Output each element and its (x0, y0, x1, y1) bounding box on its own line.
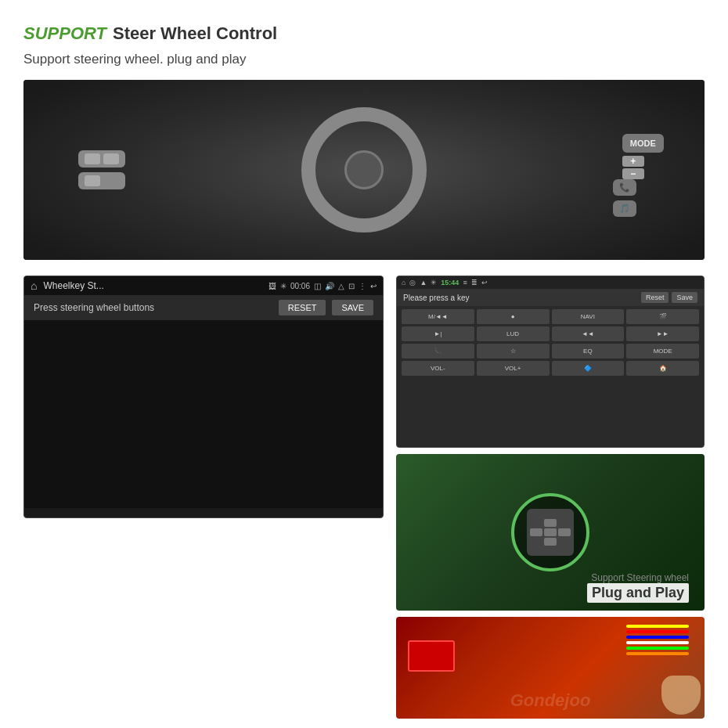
car-grid: M/◄◄ ● NAVI 🎬 ►| LUD ◄◄ ►► 📞 ☆ EQ MODE V… (397, 306, 704, 379)
car-bt-icon: ✳ (431, 279, 437, 287)
wheelkey-app: ⌂ Wheelkey St... 🖼 ✳ 00:06 ◫ 🔊 △ ⊡ ⋮ ↩ (23, 276, 384, 518)
wire-yellow (626, 625, 689, 628)
car-reset-button[interactable]: Reset (641, 292, 669, 303)
car-press-label: Please press a key (403, 294, 470, 302)
car-grid-btn-voldown: VOL- (402, 361, 474, 376)
title-section: SUPPORT Steer Wheel Control (23, 23, 705, 44)
app-status-icons: 🖼 ✳ 00:06 ◫ 🔊 △ ⊡ ⋮ ↩ (268, 282, 377, 290)
sw-inner-btn-5 (544, 538, 557, 546)
sw-photo-area: Support Steering wheel Plug and Play (396, 454, 705, 611)
back-icon: ↩ (370, 282, 377, 290)
wiring-box (408, 640, 455, 672)
left-panel: ⌂ Wheelkey St... 🖼 ✳ 00:06 ◫ 🔊 △ ⊡ ⋮ ↩ (23, 276, 384, 719)
wire-white (626, 641, 689, 644)
car-grid-btn-home: 🏠 (626, 361, 699, 376)
sw-btn-2 (103, 153, 119, 164)
sw-inner-btn-2 (530, 528, 542, 536)
car-interface: ⌂ ◎ ▲ ✳ 15:44 ≡ ≣ ↩ Please press a key R… (396, 276, 705, 448)
car-grid-btn-eq: EQ (552, 344, 625, 359)
app-main-area (24, 320, 383, 508)
reset-button[interactable]: RESET (279, 300, 326, 315)
time-display: 00:06 (290, 282, 310, 290)
car-action-buttons: Reset Save (641, 292, 697, 303)
car-list-icon: ≣ (471, 279, 478, 287)
subtitle: Support steering wheel. plug and play (23, 52, 705, 67)
sw-right-bottom-controls: 📞 🎵 (613, 179, 636, 217)
car-grid-btn-bt: 🔷 (552, 361, 625, 376)
sw-phone-btn: 📞 (613, 179, 636, 196)
sw-left-top-buttons (78, 150, 125, 168)
wiring-photo: Gondejoo (396, 617, 705, 719)
app-content-bar: Press steering wheel buttons RESET SAVE (24, 295, 383, 320)
sw-left-bottom-buttons (78, 172, 125, 189)
car-grid-btn-star: ☆ (477, 344, 550, 359)
triangle-icon: △ (338, 282, 344, 290)
app-title-text: Wheelkey St... (43, 280, 262, 291)
volume-icon: 🔊 (325, 282, 334, 290)
sw-inner-btn-1 (544, 519, 557, 527)
car-grid-btn-ff: ►► (626, 326, 699, 341)
image-icon: 🖼 (268, 282, 276, 290)
car-grid-btn-mode: MODE (626, 344, 699, 359)
sw-mode-block: MODE (622, 134, 664, 153)
sw-minus: − (622, 168, 644, 179)
plug-play-label: Plug and Play (587, 583, 689, 603)
save-button[interactable]: SAVE (332, 300, 373, 315)
hand-shape (661, 676, 701, 715)
bottom-row: ⌂ Wheelkey St... 🖼 ✳ 00:06 ◫ 🔊 △ ⊡ ⋮ ↩ (23, 276, 705, 719)
car-grid-btn-film: 🎬 (626, 309, 699, 324)
wires-bundle (626, 625, 689, 655)
sw-plus: + (622, 156, 644, 167)
car-save-button[interactable]: Save (672, 292, 697, 303)
app-statusbar: ⌂ Wheelkey St... 🖼 ✳ 00:06 ◫ 🔊 △ ⊡ ⋮ ↩ (24, 276, 383, 295)
car-grid-btn-navi: NAVI (552, 309, 625, 324)
sw-plus-minus: + − (622, 156, 664, 179)
wire-green (626, 647, 689, 650)
car-home-icon: ⌂ (402, 279, 405, 287)
sw-inner-buttons (527, 509, 574, 556)
sw-btn-3 (85, 175, 100, 186)
app-action-buttons: RESET SAVE (279, 300, 373, 315)
steering-wheel-center (344, 150, 384, 189)
car-grid-btn-play: ►| (402, 326, 474, 341)
press-label: Press steering wheel buttons (34, 302, 154, 313)
watermark: Gondejoo (510, 690, 591, 711)
bluetooth-icon: ✳ (280, 282, 287, 290)
car-grid-btn-phone: 📞 (402, 344, 474, 359)
right-panel: ⌂ ◎ ▲ ✳ 15:44 ≡ ≣ ↩ Please press a key R… (396, 276, 705, 719)
sw-left-controls (78, 150, 125, 189)
car-grid-btn-volup: VOL+ (477, 361, 550, 376)
sw-inner-row-1 (544, 519, 557, 527)
signal-icon: ◫ (314, 282, 321, 290)
photo-icon: ⊡ (348, 282, 355, 290)
car-grid-btn-1: M/◄◄ (402, 309, 474, 324)
car-back-icon: ↩ (481, 279, 488, 287)
wire-red (626, 630, 689, 633)
car-nav-icon: ◎ (409, 279, 416, 287)
sw-inner-btn-4 (558, 528, 571, 536)
car-signal-icon: ▲ (420, 279, 427, 287)
title-support: SUPPORT (23, 23, 106, 44)
car-menu-icon: ≡ (463, 279, 467, 287)
car-statusbar: ⌂ ◎ ▲ ✳ 15:44 ≡ ≣ ↩ (397, 276, 704, 289)
sw-green-circle (511, 493, 589, 571)
wire-blue (626, 636, 689, 639)
car-grid-btn-lud: LUD (477, 326, 550, 341)
sw-inner-row-3 (544, 538, 557, 546)
sw-inner-btn-3 (544, 528, 557, 536)
sw-inner-row-2 (530, 528, 571, 536)
wire-orange (626, 652, 689, 655)
support-steering-label: Support Steering wheel (591, 572, 689, 583)
car-header-bar: Please press a key Reset Save (397, 289, 704, 306)
sw-audio-btn: 🎵 (613, 200, 636, 217)
sw-btn-1 (85, 153, 100, 164)
sw-right-controls: MODE + − (622, 134, 664, 179)
car-grid-btn-2: ● (477, 309, 550, 324)
menu-icon: ⋮ (359, 282, 366, 290)
car-grid-btn-rev: ◄◄ (552, 326, 625, 341)
home-icon: ⌂ (31, 279, 37, 292)
page-container: SUPPORT Steer Wheel Control Support stee… (0, 0, 728, 728)
steering-wheel-photo: MODE + − 📞 🎵 (23, 80, 705, 260)
car-time: 15:44 (441, 279, 459, 287)
title-rest: Steer Wheel Control (113, 23, 277, 44)
